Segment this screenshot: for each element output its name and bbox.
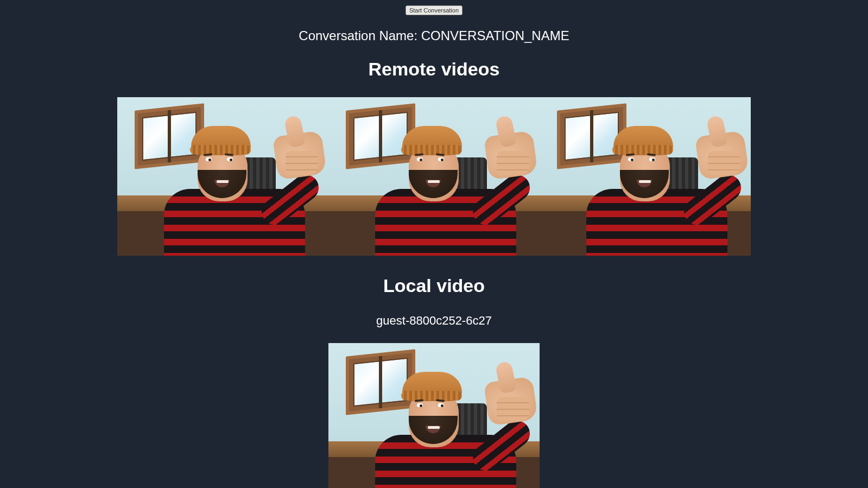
conversation-name-label: Conversation Name: CONVERSATION_NAME xyxy=(299,28,569,43)
video-placeholder-scene xyxy=(117,97,328,256)
start-conversation-button[interactable]: Start Conversation xyxy=(406,5,462,15)
local-video-heading: Local video xyxy=(383,275,485,296)
remote-videos-row xyxy=(117,97,751,256)
video-placeholder-scene xyxy=(328,343,540,488)
local-user-id-label: guest-8800c252-6c27 xyxy=(376,314,492,328)
remote-video-tile[interactable] xyxy=(117,97,328,256)
video-placeholder-scene xyxy=(328,97,540,256)
remote-videos-heading: Remote videos xyxy=(369,59,500,80)
remote-video-tile[interactable] xyxy=(540,97,751,256)
remote-video-tile[interactable] xyxy=(328,97,540,256)
local-video-section: guest-8800c252-6c27 xyxy=(328,314,540,488)
video-placeholder-scene xyxy=(540,97,751,256)
local-video-tile[interactable] xyxy=(328,343,540,488)
